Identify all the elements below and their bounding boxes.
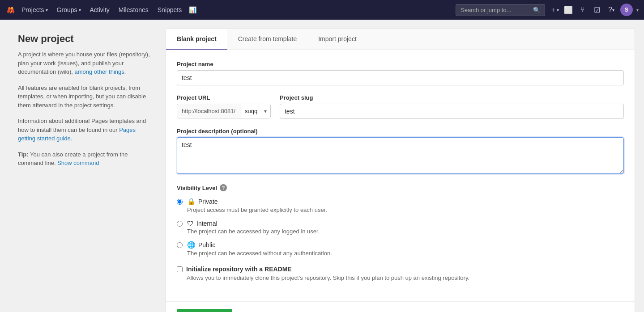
form-card: Blank project Create from template Impor… <box>166 29 635 312</box>
help-button[interactable]: ? ▾ <box>606 4 617 15</box>
visibility-internal-radio[interactable] <box>177 221 183 227</box>
monitor-icon[interactable]: ⬜ <box>563 4 574 15</box>
visibility-private-title: 🔒 Private <box>187 198 327 206</box>
tab-blank-project[interactable]: Blank project <box>166 29 227 50</box>
visibility-internal-text: 🛡 Internal The project can be accessed b… <box>187 219 320 235</box>
project-description-textarea[interactable]: test <box>177 137 624 174</box>
nav-snippets-label: Snippets <box>158 6 182 13</box>
shield-icon: 🛡 <box>187 219 194 227</box>
show-command-link[interactable]: Show command <box>57 160 99 166</box>
main-layout: New project A project is where you house… <box>0 20 644 312</box>
visibility-label-row: Visibility Level ? <box>177 184 624 191</box>
actions-left: Create project <box>177 309 275 312</box>
project-url-label: Project URL <box>177 94 271 101</box>
among-other-things-link[interactable]: among other things <box>74 68 124 75</box>
visibility-group: Visibility Level ? 🔒 Private Project acc… <box>177 184 624 257</box>
page-title: New project <box>18 33 152 45</box>
init-readme-checkbox[interactable] <box>177 266 183 272</box>
top-navigation: Projects ▾ Groups ▾ Activity Milestones … <box>0 0 644 20</box>
question-icon: ? <box>608 6 612 14</box>
init-readme-row: Initialize repository with a README <box>177 266 624 273</box>
visibility-help-icon[interactable]: ? <box>220 184 227 191</box>
init-readme-label: Initialize repository with a README <box>186 266 292 273</box>
url-base: http://localhost:8081/ <box>177 104 240 118</box>
merge-request-icon[interactable]: ⑂ <box>577 4 588 15</box>
create-project-button[interactable]: Create project <box>177 309 232 312</box>
url-slug-group: Project URL http://localhost:8081/ suqq … <box>177 94 624 119</box>
nav-milestones[interactable]: Milestones <box>115 4 152 15</box>
sidebar-para-2: All features are enabled for blank proje… <box>18 84 152 110</box>
visibility-private-desc: Project access must be granted explicitl… <box>187 207 327 213</box>
project-name-group: Project name <box>177 61 624 85</box>
projects-chevron-icon: ▾ <box>46 8 48 13</box>
project-name-label: Project name <box>177 61 624 67</box>
project-slug-input[interactable] <box>280 104 624 119</box>
search-placeholder: Search or jump to... <box>461 7 530 13</box>
tab-create-from-template[interactable]: Create from template <box>227 29 308 50</box>
globe-icon: 🌐 <box>187 241 196 249</box>
nav-groups[interactable]: Groups ▾ <box>53 4 85 15</box>
tab-bar: Blank project Create from template Impor… <box>166 29 635 50</box>
url-input-row: http://localhost:8081/ suqq <box>177 104 271 118</box>
tab-import-project[interactable]: Import project <box>307 29 367 50</box>
form-actions: Create project Cancel <box>166 301 635 312</box>
nav-milestones-label: Milestones <box>119 6 149 13</box>
visibility-private-text: 🔒 Private Project access must be granted… <box>187 198 327 213</box>
nav-snippets[interactable]: Snippets <box>154 4 185 15</box>
visibility-private-radio[interactable] <box>177 199 183 205</box>
nav-projects[interactable]: Projects ▾ <box>18 4 51 15</box>
project-slug-label: Project slug <box>280 94 624 101</box>
project-slug-group: Project slug <box>280 94 624 119</box>
new-item-button[interactable]: ＋ ▾ <box>549 4 559 15</box>
project-description-label: Project description (optional) <box>177 128 624 135</box>
gitlab-logo[interactable] <box>5 4 16 15</box>
help-chevron-icon: ▾ <box>612 8 614 13</box>
init-readme-desc: Allows you to immediately clone this pro… <box>187 274 624 281</box>
project-description-group: Project description (optional) test <box>177 128 624 175</box>
visibility-public-radio[interactable] <box>177 242 183 248</box>
project-name-input[interactable] <box>177 70 624 85</box>
form-body: Project name Project URL http://localhos… <box>166 50 635 301</box>
issues-icon[interactable]: ☑ <box>592 4 602 15</box>
visibility-private-option: 🔒 Private Project access must be granted… <box>177 198 624 213</box>
tip-label: Tip: <box>18 151 29 158</box>
lock-icon: 🔒 <box>187 198 196 206</box>
url-namespace-select[interactable]: suqq <box>240 104 270 118</box>
init-readme-section: Initialize repository with a README Allo… <box>177 266 624 281</box>
visibility-internal-title: 🛡 Internal <box>187 219 320 227</box>
plus-icon: ＋ <box>550 5 557 15</box>
visibility-internal-option: 🛡 Internal The project can be accessed b… <box>177 219 624 235</box>
nav-activity-label: Activity <box>90 6 110 13</box>
groups-chevron-icon: ▾ <box>79 8 81 13</box>
user-avatar[interactable]: S <box>620 4 633 16</box>
sidebar-para-1: A project is where you house your files … <box>18 50 152 76</box>
avatar-chevron-icon: ▾ <box>636 8 639 13</box>
visibility-public-option: 🌐 Public The project can be accessed wit… <box>177 241 624 257</box>
search-icon: 🔍 <box>533 7 540 13</box>
sidebar-para-4: Tip: You can also create a project from … <box>18 150 152 168</box>
nav-right: Search or jump to... 🔍 ＋ ▾ ⬜ ⑂ ☑ ? ▾ S ▾ <box>456 4 639 16</box>
plus-chevron-icon: ▾ <box>557 8 559 13</box>
sidebar-para-3: Information about additional Pages templ… <box>18 117 152 143</box>
visibility-internal-desc: The project can be accessed by any logge… <box>187 228 320 235</box>
visibility-public-title: 🌐 Public <box>187 241 332 249</box>
nav-activity[interactable]: Activity <box>86 4 113 15</box>
nav-left: Projects ▾ Groups ▾ Activity Milestones … <box>5 4 454 15</box>
content-area: Blank project Create from template Impor… <box>166 20 644 312</box>
visibility-public-text: 🌐 Public The project can be accessed wit… <box>187 241 332 257</box>
nav-groups-label: Groups <box>57 6 77 13</box>
sidebar: New project A project is where you house… <box>0 20 166 312</box>
project-url-group: Project URL http://localhost:8081/ suqq <box>177 94 271 119</box>
nav-projects-label: Projects <box>21 6 44 13</box>
search-box[interactable]: Search or jump to... 🔍 <box>456 4 545 16</box>
visibility-label-text: Visibility Level <box>177 185 217 191</box>
chart-icon[interactable]: 📊 <box>187 4 198 15</box>
url-namespace-wrap: suqq <box>240 104 270 118</box>
visibility-public-desc: The project can be accessed without any … <box>187 250 332 257</box>
